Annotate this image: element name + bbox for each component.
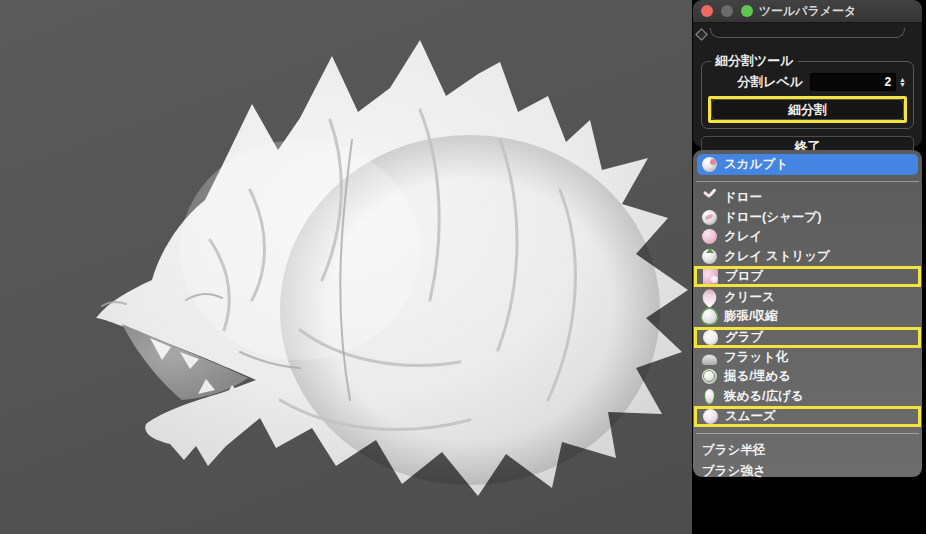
window-titlebar[interactable]: ツールパラメータ	[693, 0, 922, 23]
sculpt-model-creature-head	[0, 0, 692, 534]
brush-strength-item[interactable]: ブラシ強さ	[693, 461, 922, 482]
clay-strips-sphere-icon	[702, 249, 717, 264]
level-input[interactable]: 2	[810, 73, 896, 91]
group-label: 細分割ツール	[711, 52, 798, 70]
scrape-ring-sphere-icon	[702, 369, 717, 384]
clay-sphere-icon	[702, 229, 717, 244]
subdivision-tool-group: 細分割ツール 分割レベル 2 ▲ ▼ 細分割	[701, 52, 914, 129]
list-divider	[696, 433, 919, 434]
flatten-dome-icon	[702, 354, 717, 365]
brush-item-label: 膨張/収縮	[724, 308, 777, 325]
grab-sphere-icon	[703, 330, 718, 345]
draw-stroke-icon	[702, 190, 717, 205]
brush-item-label: クリース	[724, 289, 775, 306]
brush-item-flatten[interactable]: フラット化	[693, 348, 922, 368]
brush-item-label: ドロー(シャープ)	[724, 209, 821, 226]
brush-item-smooth[interactable]: スムーズ	[694, 406, 921, 427]
level-stepper[interactable]: ▲ ▼	[899, 77, 906, 87]
zoom-button[interactable]	[741, 5, 753, 17]
brush-item-scrape[interactable]: 掘る/埋める	[693, 367, 922, 387]
sculpt-sphere-icon	[702, 157, 717, 172]
brush-item-grab[interactable]: グラブ	[694, 327, 921, 348]
brush-list-panel: スカルプト ドロー ドロー(シャープ) クレイ クレイ ストリップ ブロブ クリ…	[693, 150, 922, 477]
brush-item-blob[interactable]: ブロブ	[694, 266, 921, 287]
brush-item-label: スムーズ	[725, 408, 776, 425]
brush-item-sculpt-selected[interactable]: スカルプト	[697, 154, 918, 175]
draw-sharp-sphere-icon	[702, 210, 717, 225]
window-body: 細分割ツール 分割レベル 2 ▲ ▼ 細分割 終了	[693, 23, 922, 158]
brush-radius-label: ブラシ半径	[702, 442, 765, 459]
brush-item-draw[interactable]: ドロー	[693, 188, 922, 208]
level-label: 分割レベル	[737, 73, 803, 91]
tool-parameter-window: ツールパラメータ 細分割ツール 分割レベル 2 ▲ ▼ 細分割 終了	[693, 0, 922, 147]
brush-item-clay-strips[interactable]: クレイ ストリップ	[693, 247, 922, 267]
blob-sphere-icon	[703, 269, 718, 284]
crease-teardrop-icon	[699, 287, 720, 308]
brush-item-label: クレイ	[724, 228, 762, 245]
brush-item-label: 狭める/広げる	[724, 388, 804, 405]
highlight-box-subdivide: 細分割	[708, 96, 907, 123]
subdivide-button[interactable]: 細分割	[711, 99, 904, 120]
stepper-down-icon[interactable]: ▼	[899, 82, 906, 87]
brush-strength-label: ブラシ強さ	[702, 463, 766, 480]
list-divider	[696, 181, 919, 182]
smooth-sphere-icon	[703, 409, 718, 424]
brush-item-label: クレイ ストリップ	[724, 248, 830, 265]
brush-item-draw-sharp[interactable]: ドロー(シャープ)	[693, 208, 922, 228]
close-button[interactable]	[701, 5, 713, 17]
brush-item-label: スカルプト	[724, 156, 788, 173]
traffic-lights	[701, 5, 753, 17]
brush-radius-item[interactable]: ブラシ半径	[693, 440, 922, 461]
brush-item-label: フラット化	[724, 349, 788, 366]
scrolled-group-frame	[710, 28, 905, 38]
brush-item-label: ブロブ	[725, 268, 763, 285]
brush-item-pinch[interactable]: 狭める/広げる	[693, 387, 922, 407]
brush-item-label: ドロー	[724, 189, 762, 206]
3d-viewport[interactable]	[0, 0, 692, 534]
brush-item-label: グラブ	[725, 329, 763, 346]
brush-item-label: 掘る/埋める	[724, 368, 791, 385]
minimize-button[interactable]	[721, 5, 733, 17]
brush-item-clay[interactable]: クレイ	[693, 227, 922, 247]
brush-item-crease[interactable]: クリース	[693, 287, 922, 307]
brush-item-inflate[interactable]: 膨張/収縮	[693, 307, 922, 327]
inflate-droplet-icon	[702, 309, 717, 324]
pinch-shape-icon	[705, 389, 714, 404]
pin-diamond-icon[interactable]	[695, 28, 708, 41]
